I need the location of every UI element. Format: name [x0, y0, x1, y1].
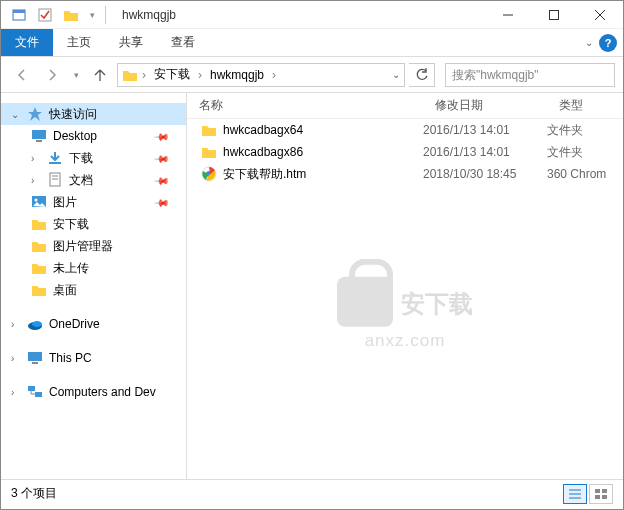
- titlebar: ▾ hwkmqgjb: [1, 1, 623, 29]
- svg-rect-27: [595, 489, 600, 493]
- sidebar-item-anxiazai[interactable]: 安下载: [1, 213, 186, 235]
- sidebar-item-pictures[interactable]: 图片📌: [1, 191, 186, 213]
- folder-icon: [201, 122, 217, 138]
- svg-rect-4: [550, 10, 559, 19]
- search-box[interactable]: [445, 63, 615, 87]
- svg-rect-30: [602, 495, 607, 499]
- file-name: 安下载帮助.htm: [223, 166, 306, 183]
- item-count: 3 个项目: [11, 485, 57, 502]
- sidebar-item-documents[interactable]: ›文档📌: [1, 169, 186, 191]
- main-area: ⌄ 快速访问 Desktop📌 ›下载📌 ›文档📌 图片📌 安下载 图片管理器 …: [1, 93, 623, 479]
- sidebar-item-picmanager[interactable]: 图片管理器: [1, 235, 186, 257]
- qat-properties-button[interactable]: [7, 4, 31, 26]
- qat-dropdown[interactable]: ▾: [85, 4, 99, 26]
- breadcrumb[interactable]: hwkmqgjb: [206, 64, 268, 86]
- status-bar: 3 个项目: [1, 479, 623, 507]
- svg-rect-2: [39, 9, 51, 21]
- column-date[interactable]: 修改日期: [423, 97, 547, 114]
- qat-folder-button[interactable]: [59, 4, 83, 26]
- file-date: 2016/1/13 14:01: [423, 123, 547, 137]
- file-row[interactable]: hwkcadbagx86 2016/1/13 14:01 文件夹: [187, 141, 623, 163]
- content-pane: 名称 修改日期 类型 hwkcadbagx64 2016/1/13 14:01 …: [187, 93, 623, 479]
- navbar: ▾ › 安下载 › hwkmqgjb › ⌄: [1, 57, 623, 93]
- close-button[interactable]: [577, 1, 623, 29]
- sidebar-item-desktop2[interactable]: 桌面: [1, 279, 186, 301]
- chevron-down-icon: ⌄: [11, 109, 23, 120]
- pin-icon: 📌: [154, 128, 170, 144]
- svg-rect-8: [32, 130, 46, 139]
- chevron-right-icon: ›: [11, 353, 23, 364]
- sidebar-item-network[interactable]: ›Computers and Dev: [1, 381, 186, 403]
- recent-dropdown[interactable]: ▾: [69, 62, 83, 88]
- forward-button[interactable]: [39, 62, 65, 88]
- sidebar-item-downloads[interactable]: ›下载📌: [1, 147, 186, 169]
- search-input[interactable]: [452, 68, 608, 82]
- file-date: 2016/1/13 14:01: [423, 145, 547, 159]
- svg-point-15: [35, 199, 38, 202]
- chevron-right-icon: ›: [11, 319, 23, 330]
- onedrive-icon: [27, 316, 43, 332]
- breadcrumb[interactable]: 安下载: [150, 64, 194, 86]
- watermark: 安下载 anxz.com: [337, 277, 473, 351]
- file-list[interactable]: hwkcadbagx64 2016/1/13 14:01 文件夹 hwkcadb…: [187, 119, 623, 479]
- column-name[interactable]: 名称: [187, 97, 423, 114]
- folder-icon: [31, 216, 47, 232]
- icons-view-button[interactable]: [589, 484, 613, 504]
- svg-rect-29: [595, 495, 600, 499]
- ribbon: 文件 主页 共享 查看 ⌄ ?: [1, 29, 623, 57]
- pin-icon: 📌: [154, 150, 170, 166]
- sidebar-item-notuploaded[interactable]: 未上传: [1, 257, 186, 279]
- qat-check-button[interactable]: [33, 4, 57, 26]
- expand-ribbon-icon[interactable]: ⌄: [585, 37, 593, 48]
- file-name: hwkcadbagx64: [223, 123, 303, 137]
- details-view-button[interactable]: [563, 484, 587, 504]
- window-title: hwkmqgjb: [122, 8, 176, 22]
- help-button[interactable]: ?: [599, 34, 617, 52]
- sidebar-item-thispc[interactable]: ›This PC: [1, 347, 186, 369]
- folder-icon: [201, 144, 217, 160]
- svg-point-17: [32, 321, 42, 327]
- pin-icon: 📌: [154, 172, 170, 188]
- folder-icon: [122, 67, 138, 83]
- chevron-right-icon: ›: [196, 68, 204, 82]
- quick-access[interactable]: ⌄ 快速访问: [1, 103, 186, 125]
- star-icon: [27, 106, 43, 122]
- svg-rect-18: [28, 352, 42, 361]
- tab-home[interactable]: 主页: [53, 29, 105, 56]
- chevron-right-icon: ›: [31, 175, 43, 186]
- file-type: 360 Chrom: [547, 167, 623, 181]
- file-row[interactable]: 安下载帮助.htm 2018/10/30 18:45 360 Chrom: [187, 163, 623, 185]
- up-button[interactable]: [87, 62, 113, 88]
- address-dropdown-icon[interactable]: ⌄: [392, 69, 400, 80]
- window-controls: [485, 1, 623, 29]
- chrome-icon: [201, 166, 217, 182]
- minimize-button[interactable]: [485, 1, 531, 29]
- back-button[interactable]: [9, 62, 35, 88]
- column-type[interactable]: 类型: [547, 97, 623, 114]
- navigation-pane: ⌄ 快速访问 Desktop📌 ›下载📌 ›文档📌 图片📌 安下载 图片管理器 …: [1, 93, 187, 479]
- quick-access-toolbar: ▾: [1, 4, 110, 26]
- chevron-right-icon: ›: [270, 68, 278, 82]
- file-type: 文件夹: [547, 122, 623, 139]
- lock-icon: [337, 277, 393, 327]
- svg-rect-21: [35, 392, 42, 397]
- file-date: 2018/10/30 18:45: [423, 167, 547, 181]
- maximize-button[interactable]: [531, 1, 577, 29]
- tab-file[interactable]: 文件: [1, 29, 53, 56]
- desktop-icon: [31, 128, 47, 144]
- sidebar-item-onedrive[interactable]: ›OneDrive: [1, 313, 186, 335]
- file-row[interactable]: hwkcadbagx64 2016/1/13 14:01 文件夹: [187, 119, 623, 141]
- svg-rect-9: [36, 140, 42, 142]
- svg-rect-1: [13, 10, 25, 13]
- folder-icon: [31, 282, 47, 298]
- network-icon: [27, 384, 43, 400]
- chevron-right-icon: ›: [31, 153, 43, 164]
- address-bar[interactable]: › 安下载 › hwkmqgjb › ⌄: [117, 63, 405, 87]
- file-type: 文件夹: [547, 144, 623, 161]
- sidebar-item-desktop[interactable]: Desktop📌: [1, 125, 186, 147]
- quick-access-label: 快速访问: [49, 106, 97, 123]
- downloads-icon: [47, 150, 63, 166]
- tab-share[interactable]: 共享: [105, 29, 157, 56]
- tab-view[interactable]: 查看: [157, 29, 209, 56]
- refresh-button[interactable]: [409, 63, 435, 87]
